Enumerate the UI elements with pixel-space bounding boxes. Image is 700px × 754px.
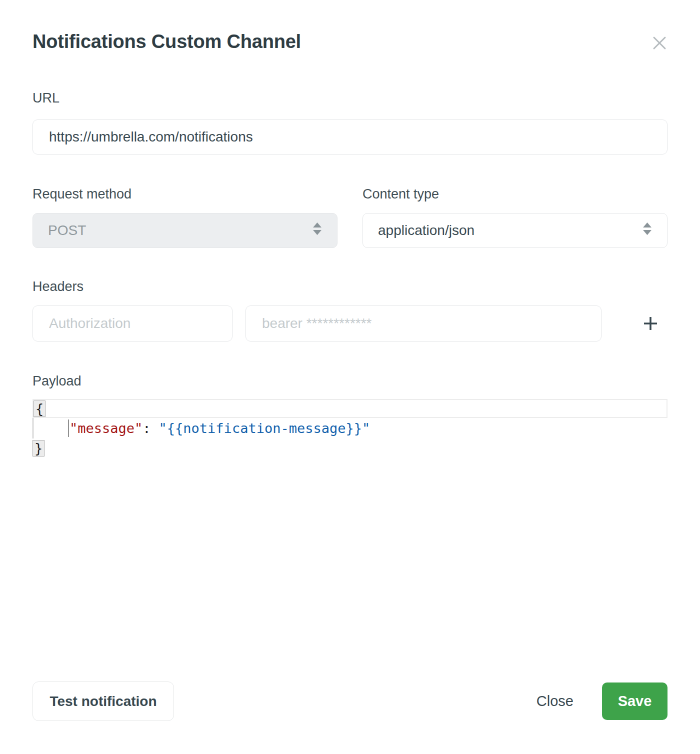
add-header-button[interactable] (640, 314, 660, 334)
request-method-value: POST (48, 222, 86, 238)
close-button[interactable] (652, 35, 668, 51)
close-x-icon (652, 45, 668, 52)
request-method-label: Request method (32, 186, 338, 202)
notifications-custom-channel-dialog: Notifications Custom Channel URL Request… (0, 0, 700, 754)
request-method-select[interactable]: POST (32, 213, 338, 248)
close-dialog-button[interactable]: Close (536, 693, 574, 710)
close-brace-token: } (32, 440, 44, 456)
code-colon-token: : (142, 420, 150, 436)
dialog-title: Notifications Custom Channel (32, 31, 301, 52)
code-key-token: "message" (70, 420, 142, 436)
headers-label: Headers (32, 279, 668, 294)
content-type-value: application/json (378, 222, 474, 238)
save-button[interactable]: Save (602, 682, 668, 720)
code-line-3: } (32, 438, 668, 458)
header-value-input[interactable] (246, 306, 602, 342)
dialog-footer: Test notification Close Save (32, 682, 668, 721)
url-field-group: URL (32, 90, 668, 154)
test-notification-button[interactable]: Test notification (32, 682, 174, 721)
code-value-token: "{{notification-message}}" (159, 420, 370, 436)
url-input[interactable] (32, 120, 668, 154)
payload-label: Payload (32, 374, 668, 389)
code-line-1: { (32, 399, 668, 418)
plus-icon (642, 326, 658, 333)
request-method-group: Request method POST (32, 186, 338, 248)
open-brace-token: { (34, 400, 46, 417)
header-name-input[interactable] (32, 306, 232, 342)
header-row (32, 306, 668, 342)
content-type-group: Content type application/json (362, 186, 668, 248)
content-type-select[interactable]: application/json (362, 213, 668, 248)
payload-code-editor[interactable]: { "message" : "{{notification-message}}"… (32, 399, 668, 458)
dialog-header: Notifications Custom Channel (32, 0, 668, 52)
up-down-chevrons-icon (312, 222, 322, 239)
url-label: URL (32, 90, 668, 106)
code-line-2: "message" : "{{notification-message}}" (32, 418, 668, 438)
content-type-label: Content type (362, 186, 668, 202)
method-content-row: Request method POST Content type applica… (32, 186, 668, 248)
up-down-chevrons-icon (642, 222, 652, 239)
headers-group: Headers (32, 279, 668, 342)
text-cursor (68, 420, 69, 437)
payload-group: Payload { "message" : "{{notification-me… (32, 374, 668, 458)
